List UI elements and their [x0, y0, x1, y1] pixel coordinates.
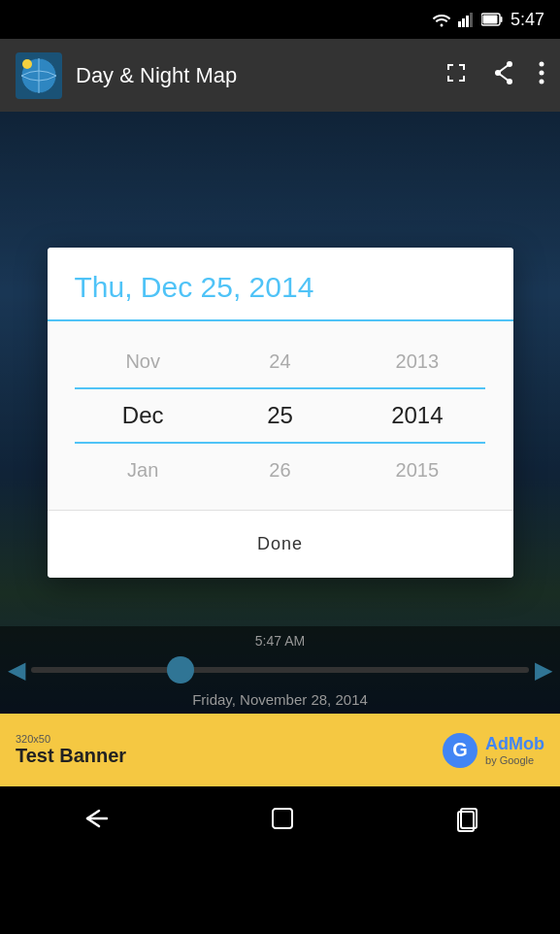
modal-date-title: Thu, Dec 25, 2014 [75, 271, 486, 304]
date-picker-modal: Thu, Dec 25, 2014 Nov Dec Jan 24 25 [48, 248, 513, 578]
status-time: 5:47 [511, 10, 544, 30]
more-options-icon[interactable] [539, 60, 544, 91]
month-column[interactable]: Nov Dec Jan [75, 337, 212, 494]
day-divider-top [212, 387, 348, 389]
ad-logo: G AdMob by Google [443, 733, 544, 768]
svg-text:G: G [452, 739, 468, 760]
app-icon [16, 52, 62, 99]
year-divider-bottom [348, 442, 485, 444]
status-bar: 5:47 [0, 0, 560, 39]
month-current[interactable]: Dec [75, 391, 212, 440]
nav-back-button[interactable] [80, 807, 111, 837]
day-current[interactable]: 25 [212, 391, 348, 440]
svg-rect-0 [458, 21, 461, 27]
svg-point-19 [540, 79, 544, 83]
nav-recents-button[interactable] [454, 805, 481, 839]
svg-rect-22 [273, 809, 292, 828]
ad-banner[interactable]: 320x50 Test Banner G AdMob by Google [0, 714, 560, 786]
svg-rect-2 [466, 16, 469, 27]
svg-point-11 [22, 59, 32, 69]
app-bar: Day & Night Map [0, 39, 560, 112]
month-divider-top [75, 387, 212, 389]
fullscreen-icon[interactable] [444, 60, 469, 91]
status-icons [431, 12, 503, 27]
year-divider-top [348, 387, 485, 389]
svg-rect-1 [462, 18, 465, 27]
year-next[interactable]: 2015 [348, 446, 485, 494]
nav-bar [0, 786, 560, 856]
admob-label: AdMob by Google [485, 734, 544, 766]
signal-icon [458, 12, 476, 27]
year-current[interactable]: 2014 [348, 391, 485, 440]
admob-icon: G [443, 733, 478, 768]
modal-footer: Done [48, 510, 513, 578]
ad-size-label: 320x50 [16, 733, 126, 745]
year-prev[interactable]: 2013 [348, 337, 485, 385]
app-bar-actions [444, 60, 544, 91]
day-prev[interactable]: 24 [212, 337, 348, 385]
wifi-icon [431, 12, 452, 27]
svg-rect-5 [500, 17, 502, 22]
app-title: Day & Night Map [76, 63, 430, 88]
picker-area[interactable]: Nov Dec Jan 24 25 26 2013 [48, 321, 513, 510]
day-divider-bottom [212, 442, 348, 444]
battery-icon [481, 13, 503, 26]
year-column[interactable]: 2013 2014 2015 [348, 337, 485, 494]
share-icon[interactable] [492, 60, 515, 91]
svg-line-15 [498, 64, 510, 73]
svg-point-18 [540, 70, 544, 75]
day-column[interactable]: 24 25 26 [212, 337, 348, 494]
main-content: 5:47 AM ◀ ▶ Friday, November 28, 2014 Th… [0, 112, 560, 714]
ad-banner-title: Test Banner [16, 745, 126, 767]
svg-line-16 [498, 73, 510, 82]
svg-rect-3 [470, 13, 473, 27]
month-divider-bottom [75, 442, 212, 444]
day-next[interactable]: 26 [212, 446, 348, 494]
svg-rect-6 [482, 16, 497, 24]
month-prev[interactable]: Nov [75, 337, 212, 385]
done-button[interactable]: Done [226, 526, 334, 562]
month-next[interactable]: Jan [75, 446, 212, 494]
nav-home-button[interactable] [269, 805, 296, 839]
modal-header: Thu, Dec 25, 2014 [48, 248, 513, 321]
ad-text-area: 320x50 Test Banner [16, 733, 126, 767]
svg-point-17 [540, 61, 544, 66]
modal-overlay: Thu, Dec 25, 2014 Nov Dec Jan 24 25 [0, 112, 560, 714]
